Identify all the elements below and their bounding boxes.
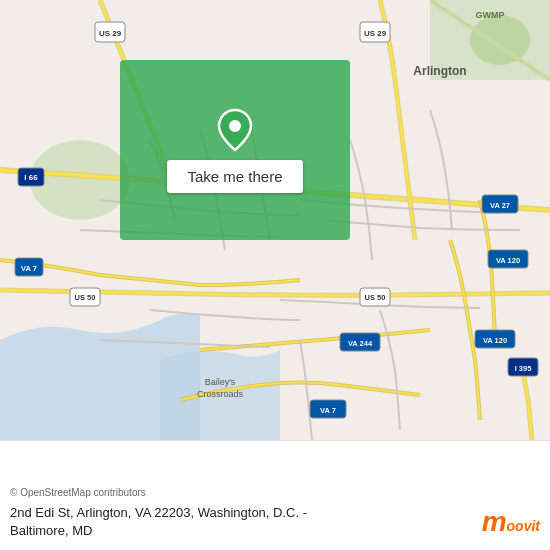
svg-text:I 66: I 66 xyxy=(24,173,38,182)
svg-text:US 29: US 29 xyxy=(364,29,387,38)
copyright-row: © OpenStreetMap contributors xyxy=(10,487,540,498)
svg-text:VA 7: VA 7 xyxy=(320,406,336,415)
destination-overlay: Take me there xyxy=(120,60,350,240)
moovit-logo-oovit: oovit xyxy=(507,518,540,534)
address-line1: 2nd Edi St, Arlington, VA 22203, Washing… xyxy=(10,505,307,520)
svg-text:VA 244: VA 244 xyxy=(348,339,373,348)
svg-point-3 xyxy=(470,15,530,65)
svg-text:US 50: US 50 xyxy=(75,293,96,302)
svg-text:VA 7: VA 7 xyxy=(21,264,37,273)
svg-text:Crossroads: Crossroads xyxy=(197,389,244,399)
svg-point-32 xyxy=(229,120,241,132)
svg-text:VA 120: VA 120 xyxy=(483,336,507,345)
svg-text:US 29: US 29 xyxy=(99,29,122,38)
moovit-logo: m oovit xyxy=(482,508,540,536)
svg-text:GWMP: GWMP xyxy=(476,10,505,20)
moovit-logo-m: m xyxy=(482,508,507,536)
svg-text:US 50: US 50 xyxy=(365,293,386,302)
address-text: 2nd Edi St, Arlington, VA 22203, Washing… xyxy=(10,504,472,540)
bottom-bar: © OpenStreetMap contributors 2nd Edi St,… xyxy=(0,440,550,550)
address-row: 2nd Edi St, Arlington, VA 22203, Washing… xyxy=(10,504,540,540)
address-line2: Baltimore, MD xyxy=(10,523,92,538)
svg-text:VA 120: VA 120 xyxy=(496,256,520,265)
svg-text:VA 27: VA 27 xyxy=(490,201,510,210)
svg-text:Arlington: Arlington xyxy=(413,64,466,78)
location-pin-icon xyxy=(217,108,253,152)
copyright-text: © OpenStreetMap contributors xyxy=(10,487,146,498)
svg-text:I 395: I 395 xyxy=(515,364,532,373)
take-me-there-button[interactable]: Take me there xyxy=(167,160,302,193)
map-container: US 29 US 29 I 66 VA 7 US 50 US 50 VA 120… xyxy=(0,0,550,440)
svg-text:Bailey's: Bailey's xyxy=(205,377,236,387)
